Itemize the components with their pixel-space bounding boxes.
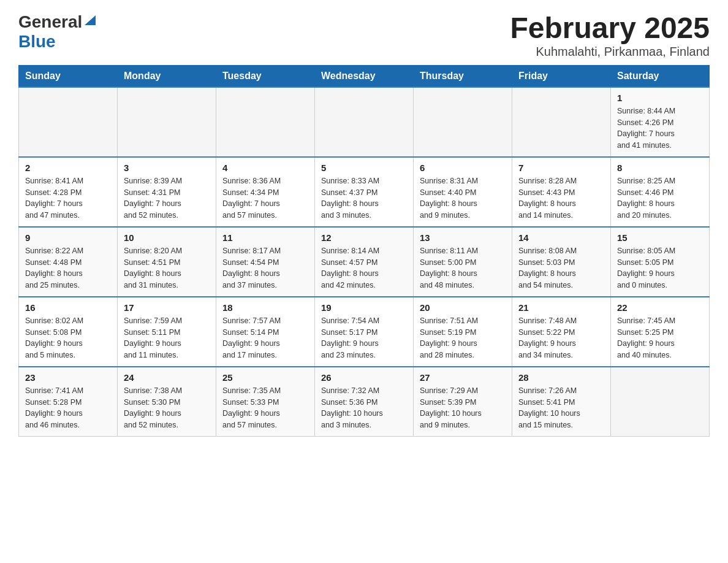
- day-number: 5: [321, 163, 407, 173]
- day-info: Sunrise: 7:54 AM Sunset: 5:17 PM Dayligh…: [321, 315, 407, 361]
- day-info: Sunrise: 8:31 AM Sunset: 4:40 PM Dayligh…: [420, 175, 506, 221]
- day-info: Sunrise: 8:44 AM Sunset: 4:26 PM Dayligh…: [617, 105, 703, 151]
- calendar-cell: 18Sunrise: 7:57 AM Sunset: 5:14 PM Dayli…: [216, 297, 315, 367]
- weekday-header-saturday: Saturday: [611, 65, 710, 87]
- calendar-cell: 25Sunrise: 7:35 AM Sunset: 5:33 PM Dayli…: [216, 367, 315, 437]
- day-info: Sunrise: 8:02 AM Sunset: 5:08 PM Dayligh…: [25, 315, 111, 361]
- weekday-header-row: SundayMondayTuesdayWednesdayThursdayFrid…: [19, 65, 710, 87]
- day-number: 28: [518, 372, 604, 383]
- day-info: Sunrise: 8:41 AM Sunset: 4:28 PM Dayligh…: [25, 175, 111, 221]
- calendar-cell: 26Sunrise: 7:32 AM Sunset: 5:36 PM Dayli…: [315, 367, 414, 437]
- day-number: 18: [222, 302, 308, 313]
- calendar-subtitle: Kuhmalahti, Pirkanmaa, Finland: [510, 45, 710, 59]
- day-number: 15: [617, 232, 703, 243]
- calendar-table: SundayMondayTuesdayWednesdayThursdayFrid…: [18, 65, 710, 437]
- day-info: Sunrise: 7:45 AM Sunset: 5:25 PM Dayligh…: [617, 315, 703, 361]
- day-info: Sunrise: 8:33 AM Sunset: 4:37 PM Dayligh…: [321, 175, 407, 221]
- calendar-cell: [118, 87, 216, 157]
- logo: General Blue: [18, 12, 97, 52]
- title-block: February 2025 Kuhmalahti, Pirkanmaa, Fin…: [510, 12, 710, 59]
- day-number: 16: [25, 302, 111, 313]
- page-header: General Blue February 2025 Kuhmalahti, P…: [18, 12, 710, 59]
- day-number: 14: [518, 232, 604, 243]
- calendar-cell: 19Sunrise: 7:54 AM Sunset: 5:17 PM Dayli…: [315, 297, 414, 367]
- week-row-3: 9Sunrise: 8:22 AM Sunset: 4:48 PM Daylig…: [19, 227, 710, 297]
- day-number: 10: [124, 232, 210, 243]
- day-number: 13: [420, 232, 506, 243]
- day-info: Sunrise: 8:39 AM Sunset: 4:31 PM Dayligh…: [124, 175, 210, 221]
- day-number: 20: [420, 302, 506, 313]
- calendar-cell: 23Sunrise: 7:41 AM Sunset: 5:28 PM Dayli…: [19, 367, 118, 437]
- logo-triangle-icon: [83, 14, 97, 28]
- calendar-cell: 28Sunrise: 7:26 AM Sunset: 5:41 PM Dayli…: [512, 367, 611, 437]
- day-number: 11: [222, 232, 308, 243]
- day-info: Sunrise: 8:05 AM Sunset: 5:05 PM Dayligh…: [617, 245, 703, 291]
- calendar-cell: 27Sunrise: 7:29 AM Sunset: 5:39 PM Dayli…: [414, 367, 512, 437]
- day-info: Sunrise: 8:14 AM Sunset: 4:57 PM Dayligh…: [321, 245, 407, 291]
- weekday-header-thursday: Thursday: [414, 65, 512, 87]
- day-number: 21: [518, 302, 604, 313]
- day-number: 9: [25, 232, 111, 243]
- day-number: 19: [321, 302, 407, 313]
- calendar-cell: 7Sunrise: 8:28 AM Sunset: 4:43 PM Daylig…: [512, 157, 611, 227]
- calendar-cell: 2Sunrise: 8:41 AM Sunset: 4:28 PM Daylig…: [19, 157, 118, 227]
- day-number: 12: [321, 232, 407, 243]
- day-info: Sunrise: 8:08 AM Sunset: 5:03 PM Dayligh…: [518, 245, 604, 291]
- day-number: 8: [617, 163, 703, 173]
- logo-text-blue: Blue: [18, 32, 56, 51]
- weekday-header-wednesday: Wednesday: [315, 65, 414, 87]
- weekday-header-sunday: Sunday: [19, 65, 118, 87]
- day-number: 6: [420, 163, 506, 173]
- calendar-cell: 20Sunrise: 7:51 AM Sunset: 5:19 PM Dayli…: [414, 297, 512, 367]
- logo-text-general: General: [18, 12, 82, 32]
- day-info: Sunrise: 7:51 AM Sunset: 5:19 PM Dayligh…: [420, 315, 506, 361]
- calendar-cell: 13Sunrise: 8:11 AM Sunset: 5:00 PM Dayli…: [414, 227, 512, 297]
- calendar-cell: [512, 87, 611, 157]
- calendar-cell: [216, 87, 315, 157]
- calendar-cell: 17Sunrise: 7:59 AM Sunset: 5:11 PM Dayli…: [118, 297, 216, 367]
- day-number: 2: [25, 163, 111, 173]
- calendar-cell: 8Sunrise: 8:25 AM Sunset: 4:46 PM Daylig…: [611, 157, 710, 227]
- day-number: 4: [222, 163, 308, 173]
- calendar-cell: 3Sunrise: 8:39 AM Sunset: 4:31 PM Daylig…: [118, 157, 216, 227]
- calendar-cell: 15Sunrise: 8:05 AM Sunset: 5:05 PM Dayli…: [611, 227, 710, 297]
- calendar-cell: [19, 87, 118, 157]
- day-info: Sunrise: 7:26 AM Sunset: 5:41 PM Dayligh…: [518, 385, 604, 431]
- day-info: Sunrise: 8:25 AM Sunset: 4:46 PM Dayligh…: [617, 175, 703, 221]
- day-number: 25: [222, 372, 308, 383]
- weekday-header-friday: Friday: [512, 65, 611, 87]
- calendar-cell: 12Sunrise: 8:14 AM Sunset: 4:57 PM Dayli…: [315, 227, 414, 297]
- day-info: Sunrise: 8:17 AM Sunset: 4:54 PM Dayligh…: [222, 245, 308, 291]
- calendar-cell: 11Sunrise: 8:17 AM Sunset: 4:54 PM Dayli…: [216, 227, 315, 297]
- day-number: 26: [321, 372, 407, 383]
- calendar-cell: 14Sunrise: 8:08 AM Sunset: 5:03 PM Dayli…: [512, 227, 611, 297]
- day-number: 17: [124, 302, 210, 313]
- calendar-title: February 2025: [510, 12, 710, 45]
- calendar-cell: [315, 87, 414, 157]
- day-number: 23: [25, 372, 111, 383]
- calendar-cell: [414, 87, 512, 157]
- calendar-body: 1Sunrise: 8:44 AM Sunset: 4:26 PM Daylig…: [19, 87, 710, 437]
- calendar-cell: 4Sunrise: 8:36 AM Sunset: 4:34 PM Daylig…: [216, 157, 315, 227]
- day-info: Sunrise: 7:35 AM Sunset: 5:33 PM Dayligh…: [222, 385, 308, 431]
- day-info: Sunrise: 8:11 AM Sunset: 5:00 PM Dayligh…: [420, 245, 506, 291]
- calendar-cell: 5Sunrise: 8:33 AM Sunset: 4:37 PM Daylig…: [315, 157, 414, 227]
- day-info: Sunrise: 7:57 AM Sunset: 5:14 PM Dayligh…: [222, 315, 308, 361]
- day-number: 24: [124, 372, 210, 383]
- week-row-1: 1Sunrise: 8:44 AM Sunset: 4:26 PM Daylig…: [19, 87, 710, 157]
- day-info: Sunrise: 7:59 AM Sunset: 5:11 PM Dayligh…: [124, 315, 210, 361]
- calendar-cell: 16Sunrise: 8:02 AM Sunset: 5:08 PM Dayli…: [19, 297, 118, 367]
- day-info: Sunrise: 7:29 AM Sunset: 5:39 PM Dayligh…: [420, 385, 506, 431]
- day-number: 22: [617, 302, 703, 313]
- weekday-header-monday: Monday: [118, 65, 216, 87]
- calendar-header: SundayMondayTuesdayWednesdayThursdayFrid…: [19, 65, 710, 87]
- calendar-cell: [611, 367, 710, 437]
- day-info: Sunrise: 7:41 AM Sunset: 5:28 PM Dayligh…: [25, 385, 111, 431]
- calendar-cell: 10Sunrise: 8:20 AM Sunset: 4:51 PM Dayli…: [118, 227, 216, 297]
- calendar-cell: 24Sunrise: 7:38 AM Sunset: 5:30 PM Dayli…: [118, 367, 216, 437]
- week-row-2: 2Sunrise: 8:41 AM Sunset: 4:28 PM Daylig…: [19, 157, 710, 227]
- svg-marker-0: [85, 15, 96, 25]
- day-info: Sunrise: 8:36 AM Sunset: 4:34 PM Dayligh…: [222, 175, 308, 221]
- week-row-4: 16Sunrise: 8:02 AM Sunset: 5:08 PM Dayli…: [19, 297, 710, 367]
- day-info: Sunrise: 8:22 AM Sunset: 4:48 PM Dayligh…: [25, 245, 111, 291]
